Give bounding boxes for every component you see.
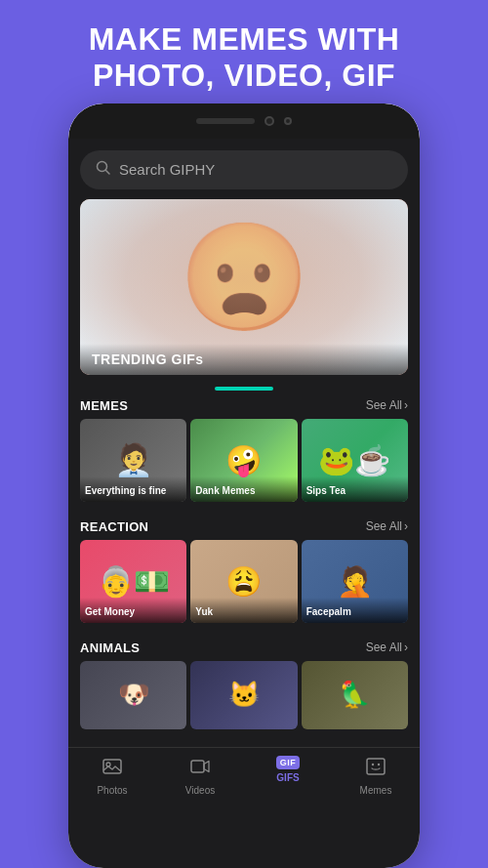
reaction-thumb-2[interactable]: 😩 Yuk <box>190 540 297 623</box>
reaction-grid: 👵💵 Get Money 😩 Yuk 🤦 <box>68 540 420 633</box>
meme-label-1-text: Everything is fine <box>85 485 166 496</box>
memes-nav-icon <box>365 756 386 782</box>
meme-label-1: Everything is fine <box>80 476 186 502</box>
trending-gif-banner[interactable]: 😦 TRENDING GIFs <box>80 199 408 375</box>
reaction-title: REACTION <box>80 519 148 534</box>
hero-title: MAKE MEMES WITH PHOTO, VIDEO, GIF <box>69 0 420 103</box>
animals-thumb-3[interactable]: 🦜 <box>302 661 408 729</box>
svg-rect-2 <box>103 760 121 773</box>
video-icon <box>189 756 211 782</box>
chevron-right-icon-3: › <box>404 641 408 654</box>
reaction-label-2: Yuk <box>190 598 297 623</box>
reaction-label-3: Facepalm <box>302 598 408 623</box>
memes-section-header: MEMES See All › <box>68 391 420 419</box>
animals-thumb-1[interactable]: 🐶 <box>80 661 186 729</box>
meme-thumb-1[interactable]: 🧑‍💼 Everything is fine <box>80 419 186 502</box>
nav-item-gifs[interactable]: GIF GIFS <box>244 756 332 796</box>
reaction-see-all[interactable]: See All › <box>366 519 408 533</box>
phone-camera-1 <box>264 116 274 126</box>
nav-label-photos: Photos <box>97 785 127 796</box>
bottom-nav: Photos Videos GIF GIFS <box>68 747 420 806</box>
nav-label-gifs: GIFS <box>276 772 299 783</box>
trending-label-text: TRENDING GIFs <box>92 351 396 367</box>
nav-item-memes[interactable]: Memes <box>332 756 420 796</box>
nav-label-memes: Memes <box>360 785 392 796</box>
animals-grid: 🐶 🐱 🦜 <box>68 661 420 739</box>
photos-icon <box>102 756 123 782</box>
meme-label-2: Dank Memes <box>190 476 297 502</box>
gif-icon: GIF <box>276 756 301 769</box>
phone-mockup: Search GIPHY 😦 TRENDING GIFs <box>68 103 420 868</box>
meme-thumb-3[interactable]: 🐸☕ Sips Tea <box>302 419 408 502</box>
memes-grid: 🧑‍💼 Everything is fine 🤪 Dank Memes 🐸☕ <box>68 419 420 512</box>
search-icon <box>96 160 111 180</box>
chevron-right-icon-2: › <box>404 519 408 533</box>
nav-item-videos[interactable]: Videos <box>156 756 244 796</box>
search-bar[interactable]: Search GIPHY <box>80 150 408 189</box>
trending-label-overlay: TRENDING GIFs <box>80 344 408 375</box>
meme-label-3-text: Sips Tea <box>306 485 346 496</box>
meme-label-2-text: Dank Memes <box>195 485 255 496</box>
search-placeholder: Search GIPHY <box>119 161 215 178</box>
svg-line-1 <box>106 170 110 174</box>
reaction-label-2-text: Yuk <box>195 606 213 617</box>
svg-point-7 <box>378 763 380 765</box>
animals-title: ANIMALS <box>80 641 140 655</box>
reaction-label-3-text: Facepalm <box>306 606 351 617</box>
reaction-thumb-1[interactable]: 👵💵 Get Money <box>80 540 186 623</box>
reaction-label-1-text: Get Money <box>85 606 135 617</box>
animals-see-all[interactable]: See All › <box>366 641 408 654</box>
phone-screen[interactable]: Search GIPHY 😦 TRENDING GIFs <box>68 139 420 868</box>
nav-item-photos[interactable]: Photos <box>68 756 156 796</box>
memes-see-all[interactable]: See All › <box>366 398 408 412</box>
svg-rect-4 <box>191 761 204 772</box>
bottom-spacer <box>68 739 420 747</box>
phone-status-bar <box>68 103 420 139</box>
svg-rect-5 <box>367 759 385 774</box>
reaction-section-header: REACTION See All › <box>68 512 420 540</box>
animals-section-header: ANIMALS See All › <box>68 633 420 661</box>
nav-label-videos: Videos <box>185 785 215 796</box>
svg-point-6 <box>372 763 374 765</box>
meme-thumb-2[interactable]: 🤪 Dank Memes <box>190 419 297 502</box>
animals-thumb-2[interactable]: 🐱 <box>190 661 297 729</box>
reaction-thumb-3[interactable]: 🤦 Facepalm <box>302 540 408 623</box>
memes-title: MEMES <box>80 398 128 413</box>
phone-camera-2 <box>284 117 292 125</box>
chevron-right-icon: › <box>404 398 408 412</box>
meme-label-3: Sips Tea <box>302 476 408 502</box>
phone-speaker <box>196 118 255 124</box>
reaction-label-1: Get Money <box>80 598 186 623</box>
